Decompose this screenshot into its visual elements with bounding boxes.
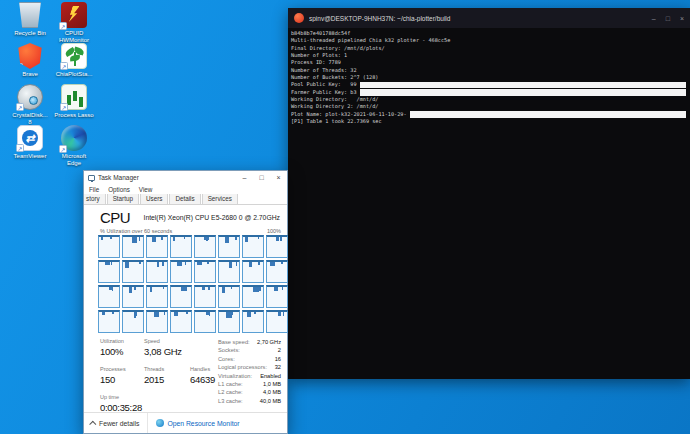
cpu-stats: Utilization Speed 100% 3,08 GHz Processe… — [100, 338, 281, 410]
speed-label: Speed — [144, 338, 190, 346]
terminal-line: Working Directory: /mnt/d/ — [291, 96, 687, 103]
maximize-icon[interactable]: □ — [666, 15, 670, 22]
maximize-icon[interactable]: □ — [253, 171, 270, 184]
cpu-core-graph — [242, 285, 264, 308]
cpu-core-graph — [194, 260, 216, 283]
fewer-details-label: Fewer details — [99, 420, 139, 427]
close-icon[interactable]: × — [680, 15, 684, 22]
desktop-icon-chiaplotstatus[interactable]: ↗ChiaPlotSta... — [52, 43, 96, 84]
resource-monitor-label: Open Resource Monitor — [167, 420, 239, 427]
tab-startup[interactable]: Startup — [107, 194, 139, 204]
task-manager-window: Task Manager –□× FileOptionsView storySt… — [83, 170, 288, 434]
chiaplotstatus-icon: ↗ — [61, 43, 87, 69]
stat-row: Base speed:2,70 GHz — [218, 339, 281, 347]
cpu-core-graph — [242, 260, 264, 283]
cpu-core-graph — [218, 260, 240, 283]
desktop-icon-cpuid-hwmonitor[interactable]: ↗CPUID HWMonitor — [52, 2, 96, 43]
cpu-stats-right: Base speed:2,70 GHzSockets:2Cores:16Logi… — [218, 338, 281, 410]
terminal-line: Number of Threads: 32 — [291, 67, 687, 74]
cpu-core-graph — [266, 260, 288, 283]
task-manager-tabs: storyStartupUsersDetailsServices — [84, 194, 287, 205]
desktop-icon-recycle-bin[interactable]: Recycle Bin — [8, 2, 52, 43]
process-lasso-label: Process Lasso — [54, 112, 93, 119]
terminal-line: Number of Plots: 1 — [291, 52, 687, 59]
microsoft-edge-icon: ↗ — [61, 125, 87, 151]
shortcut-arrow-icon: ↗ — [59, 22, 67, 30]
task-manager-menubar: FileOptionsView — [84, 184, 287, 194]
brave-icon: ↗ — [17, 43, 43, 69]
task-manager-footer: Fewer details Open Resource Monitor — [84, 412, 287, 433]
terminal-app-icon — [294, 13, 304, 23]
teamviewer-icon: ⇄↗ — [17, 125, 43, 151]
menu-file[interactable]: File — [89, 186, 99, 193]
tab-users[interactable]: Users — [140, 194, 168, 204]
crystaldiskmark-label: CrystalDisk... 8 — [12, 112, 47, 125]
terminal-line: [P1] Table 1 took 22.7369 sec — [291, 118, 687, 125]
recycle-bin-label: Recycle Bin — [14, 30, 46, 37]
brave-label: Brave — [22, 71, 38, 78]
desktop-icon-grid: Recycle Bin↗CPUID HWMonitor↗Brave↗ChiaPl… — [8, 2, 96, 166]
cpu-core-graph — [242, 235, 264, 258]
cpu-core-graph — [98, 260, 120, 283]
tab-details[interactable]: Details — [169, 194, 200, 204]
terminal-line: Process ID: 7789 — [291, 59, 687, 66]
desktop-icon-process-lasso[interactable]: ↗Process Lasso — [52, 84, 96, 125]
cpu-performance-panel: CPU Intel(R) Xeon(R) CPU E5-2680 0 @ 2.7… — [84, 205, 287, 412]
chevron-up-icon — [89, 420, 96, 427]
terminal-line: b84b8b7e401788dc54f — [291, 30, 687, 37]
cpu-core-graph — [122, 310, 144, 333]
cpu-core-graph — [242, 310, 264, 333]
cpu-core-graph — [266, 285, 288, 308]
threads-label: Threads — [144, 366, 190, 374]
cpu-core-graph — [218, 235, 240, 258]
cpu-core-graph — [170, 260, 192, 283]
fewer-details-button[interactable]: Fewer details — [84, 413, 148, 433]
desktop-icon-brave[interactable]: ↗Brave — [8, 43, 52, 84]
shortcut-arrow-icon: ↗ — [16, 144, 24, 152]
cpu-core-graph — [146, 310, 168, 333]
redaction-bar — [360, 89, 686, 95]
redaction-bar — [360, 82, 686, 88]
open-resource-monitor-link[interactable]: Open Resource Monitor — [148, 419, 247, 427]
cpu-panel-title: CPU — [100, 209, 130, 226]
tab-services[interactable]: Services — [202, 194, 238, 204]
task-manager-title: Task Manager — [98, 174, 236, 181]
minimize-icon[interactable]: – — [236, 171, 253, 184]
terminal-output[interactable]: b84b8b7e401788dc54fMulti-threaded pipeli… — [288, 28, 690, 379]
teamviewer-label: TeamViewer — [14, 153, 47, 160]
processes-label: Processes — [100, 366, 144, 374]
cpu-core-graph — [170, 310, 192, 333]
desktop-icon-crystaldiskmark[interactable]: ↗CrystalDisk... 8 — [8, 84, 52, 125]
uptime-label: Up time — [100, 394, 218, 402]
menu-view[interactable]: View — [139, 186, 153, 193]
close-icon[interactable]: × — [270, 171, 287, 184]
cpu-core-graph — [122, 235, 144, 258]
cpu-core-graph — [194, 235, 216, 258]
cpu-core-graph — [146, 285, 168, 308]
chiaplotstatus-label: ChiaPlotSta... — [56, 71, 93, 78]
tab-story[interactable]: story — [84, 194, 106, 204]
minimize-icon[interactable]: – — [652, 15, 656, 22]
speed-value: 3,08 GHz — [144, 346, 190, 366]
terminal-titlebar[interactable]: spinv@DESKTOP-9HNH37N: ~/chia-plotter/bu… — [288, 8, 690, 28]
graph-caption: % Utilization over 60 seconds — [100, 228, 172, 234]
desktop-icon-teamviewer[interactable]: ⇄↗TeamViewer — [8, 125, 52, 166]
processes-value: 150 — [100, 374, 144, 394]
menu-options[interactable]: Options — [108, 186, 130, 193]
redaction-bar — [410, 111, 686, 117]
terminal-title: spinv@DESKTOP-9HNH37N: ~/chia-plotter/bu… — [309, 15, 652, 22]
threads-value: 2015 — [144, 374, 190, 394]
crystaldiskmark-icon: ↗ — [17, 84, 43, 110]
stat-row: L2 cache:4,0 MB — [218, 389, 281, 397]
cpu-core-graph — [170, 285, 192, 308]
desktop-icon-microsoft-edge[interactable]: ↗Microsoft Edge — [52, 125, 96, 166]
utilization-value: 100% — [100, 346, 144, 366]
graph-max-label: 100% — [267, 228, 281, 234]
cpu-core-graph — [98, 310, 120, 333]
terminal-window-controls: –□× — [652, 15, 684, 22]
shortcut-arrow-icon: ↗ — [59, 145, 67, 153]
task-manager-titlebar[interactable]: Task Manager –□× — [84, 171, 287, 184]
cpu-core-grid[interactable] — [98, 235, 288, 333]
microsoft-edge-label: Microsoft Edge — [62, 153, 86, 166]
stat-row: Virtualization:Enabled — [218, 373, 281, 381]
